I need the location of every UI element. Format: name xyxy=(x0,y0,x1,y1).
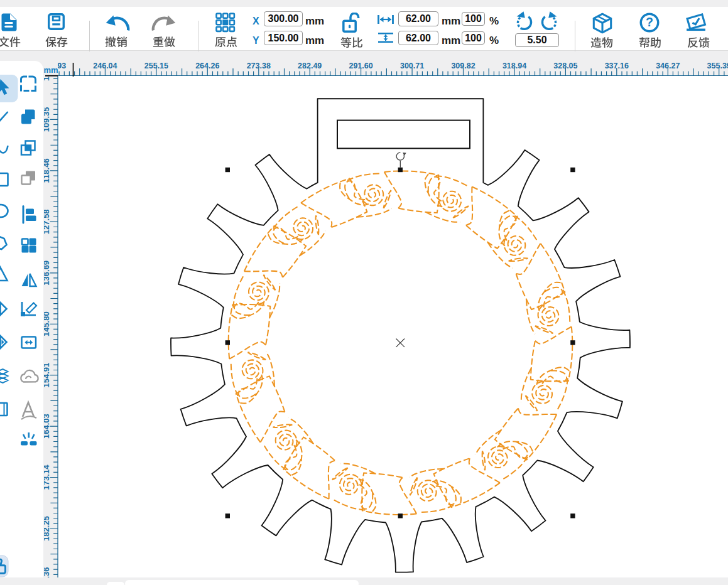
svg-text:309.82: 309.82 xyxy=(451,62,475,70)
svg-text:300.71: 300.71 xyxy=(400,62,424,70)
svg-text:255.15: 255.15 xyxy=(144,62,168,70)
svg-text:?: ? xyxy=(646,15,653,29)
svg-text:264.26: 264.26 xyxy=(195,62,219,70)
svg-text:337.16: 337.16 xyxy=(605,62,629,70)
svg-text:328.05: 328.05 xyxy=(553,62,577,70)
svg-text:346.27: 346.27 xyxy=(656,62,680,70)
svg-text:318.94: 318.94 xyxy=(503,62,526,70)
svg-text:mm: mm xyxy=(43,65,58,75)
svg-text:291.60: 291.60 xyxy=(349,62,372,70)
svg-text:273.38: 273.38 xyxy=(247,62,271,70)
svg-text:282.49: 282.49 xyxy=(298,62,322,70)
svg-text:246.04: 246.04 xyxy=(93,62,117,70)
svg-text:355.39: 355.39 xyxy=(707,62,728,70)
